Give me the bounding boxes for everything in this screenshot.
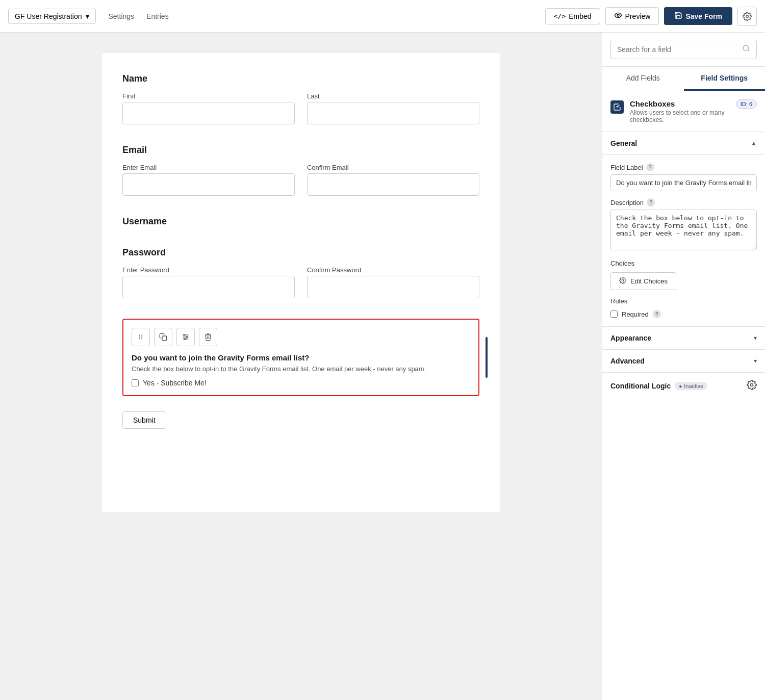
enter-email-field: Enter Email <box>122 164 295 196</box>
confirm-password-input[interactable] <box>307 276 479 298</box>
chevron-down-icon: ▾ <box>86 12 89 20</box>
checkbox-input[interactable] <box>132 379 139 386</box>
form-canvas: Name First Last Email Ente <box>0 33 602 700</box>
rules-label: Rules <box>610 297 757 305</box>
required-row: Required ? <box>610 310 757 318</box>
edit-choices-label: Edit Choices <box>630 277 668 285</box>
svg-point-18 <box>751 384 753 386</box>
field-type-name: Checkboxes <box>630 99 730 108</box>
save-label: Save Form <box>685 12 722 20</box>
svg-point-12 <box>184 334 185 336</box>
nav-settings[interactable]: Settings <box>108 10 134 22</box>
form-name-label: GF User Registration <box>15 12 82 20</box>
tab-field-settings[interactable]: Field Settings <box>684 67 766 91</box>
email-row: Enter Email Confirm Email <box>122 164 479 196</box>
tab-add-fields[interactable]: Add Fields <box>602 67 684 91</box>
description-textarea[interactable] <box>610 210 757 250</box>
enter-email-input[interactable] <box>122 173 295 196</box>
field-type-desc: Allows users to select one or many check… <box>630 109 730 123</box>
svg-rect-8 <box>162 336 167 341</box>
field-type-icon <box>610 100 624 114</box>
main-content: Name First Last Email Ente <box>0 33 765 700</box>
svg-point-14 <box>184 339 186 340</box>
description-help-icon[interactable]: ? <box>647 198 655 206</box>
gear-choices-icon <box>619 277 626 286</box>
email-section: Email Enter Email Confirm Email <box>122 145 479 196</box>
svg-point-3 <box>141 334 142 335</box>
svg-point-2 <box>139 334 140 335</box>
confirm-email-field: Confirm Email <box>307 164 479 196</box>
svg-point-5 <box>141 336 142 338</box>
conditional-logic-row: Conditional Logic Inactive <box>602 373 765 399</box>
confirm-password-label: Confirm Password <box>307 266 479 274</box>
save-form-button[interactable]: Save Form <box>664 7 732 25</box>
eye-icon <box>614 11 622 21</box>
checkbox-option-label: Yes - Subscribe Me! <box>143 379 207 387</box>
embed-code-icon: </> <box>554 12 566 20</box>
settings-button[interactable] <box>176 328 195 346</box>
username-title: Username <box>122 216 479 227</box>
checkbox-desc: Check the box below to opt-in to the Gra… <box>132 365 470 373</box>
required-help-icon[interactable]: ? <box>653 310 661 318</box>
password-section: Password Enter Password Confirm Password <box>122 247 479 298</box>
nav-entries[interactable]: Entries <box>146 10 169 22</box>
svg-point-15 <box>743 45 749 51</box>
general-section-header[interactable]: General ▲ <box>602 132 765 155</box>
last-label: Last <box>307 92 479 100</box>
appearance-section-header[interactable]: Appearance ▾ <box>602 327 765 350</box>
panel-search <box>602 33 765 67</box>
topbar-nav: Settings Entries <box>108 10 168 22</box>
preview-label: Preview <box>625 12 651 20</box>
confirm-email-input[interactable] <box>307 173 479 196</box>
svg-point-13 <box>186 336 188 338</box>
required-checkbox[interactable] <box>610 310 618 318</box>
field-label-input[interactable] <box>610 174 757 191</box>
checkbox-question: Do you want to join the Gravity Forms em… <box>132 353 470 362</box>
first-name-field: First <box>122 92 295 124</box>
svg-point-4 <box>139 336 140 338</box>
edit-choices-button[interactable]: Edit Choices <box>610 272 676 290</box>
first-name-input[interactable] <box>122 102 295 124</box>
svg-point-6 <box>139 338 140 339</box>
confirm-password-field: Confirm Password <box>307 266 479 298</box>
advanced-section-header[interactable]: Advanced ▾ <box>602 350 765 373</box>
search-wrap <box>610 40 757 59</box>
conditional-logic-status: Inactive <box>675 382 707 390</box>
required-label: Required <box>622 310 649 318</box>
duplicate-button[interactable] <box>154 328 172 346</box>
scroll-indicator <box>486 337 488 378</box>
advanced-chevron-icon: ▾ <box>754 357 757 365</box>
password-title: Password <box>122 247 479 258</box>
topbar-right: </> Embed Preview Save Form <box>545 7 757 26</box>
form-selector[interactable]: GF User Registration ▾ <box>8 9 96 24</box>
enter-password-label: Enter Password <box>122 266 295 274</box>
svg-point-0 <box>617 14 619 16</box>
settings-gear-button[interactable] <box>737 7 757 26</box>
email-title: Email <box>122 145 479 155</box>
last-name-input[interactable] <box>307 102 479 124</box>
field-label-help-icon[interactable]: ? <box>646 163 654 171</box>
description-label-row: Description ? <box>610 198 757 206</box>
field-id-badge: ID: 6 <box>736 99 757 109</box>
delete-button[interactable] <box>199 328 217 346</box>
svg-point-17 <box>622 279 624 281</box>
topbar: GF User Registration ▾ Settings Entries … <box>0 0 765 33</box>
search-input[interactable] <box>617 45 738 54</box>
field-label-text: Field Label <box>610 164 643 171</box>
embed-button[interactable]: </> Embed <box>545 8 600 24</box>
field-info-text: Checkboxes Allows users to select one or… <box>630 99 730 123</box>
general-chevron-icon: ▲ <box>751 140 757 147</box>
drag-handle-button[interactable] <box>132 328 150 346</box>
checkbox-field-block[interactable]: Do you want to join the Gravity Forms em… <box>122 319 479 396</box>
submit-button[interactable]: Submit <box>122 411 166 429</box>
preview-button[interactable]: Preview <box>605 7 659 25</box>
name-title: Name <box>122 73 479 84</box>
conditional-logic-gear-button[interactable] <box>747 380 757 392</box>
general-label: General <box>610 139 637 147</box>
submit-section: Submit <box>122 411 479 429</box>
enter-password-input[interactable] <box>122 276 295 298</box>
username-section: Username <box>122 216 479 227</box>
form-inner: Name First Last Email Ente <box>102 53 500 512</box>
submit-label: Submit <box>133 416 156 424</box>
svg-point-1 <box>746 15 749 17</box>
